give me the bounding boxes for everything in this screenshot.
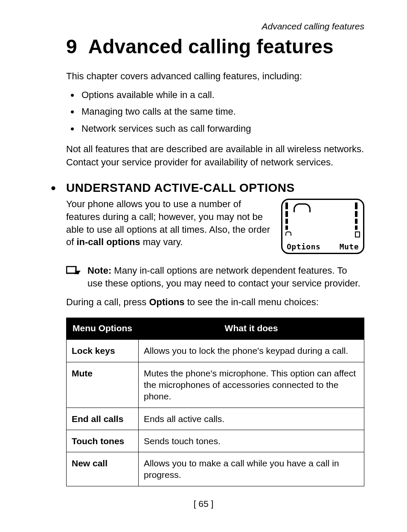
availability-note: Not all features that are described are … <box>66 143 364 169</box>
option-name: Touch tones <box>67 430 139 452</box>
section-body: Your phone allows you to use a number of… <box>66 198 364 254</box>
bold-span: Options <box>149 297 184 307</box>
intro-text: This chapter covers advanced calling fea… <box>66 70 364 83</box>
softkey-right: Mute <box>340 242 359 251</box>
battery-bars-icon <box>355 202 360 237</box>
text-span: may vary. <box>140 237 183 247</box>
softkey-left: Options <box>287 242 320 251</box>
list-item: Managing two calls at the same time. <box>81 105 364 118</box>
option-name: End all calls <box>67 408 139 430</box>
softkey-row: Options Mute <box>287 242 359 251</box>
option-desc: Allows you to lock the phone's keypad du… <box>139 340 364 362</box>
bullet-icon: • <box>51 181 66 195</box>
table-row: Lock keys Allows you to lock the phone's… <box>67 340 364 362</box>
option-desc: Allows you to make a call while you have… <box>139 452 364 486</box>
table-row: Mute Mutes the phone's microphone. This … <box>67 362 364 408</box>
table-row: New call Allows you to make a call while… <box>67 452 364 486</box>
option-name: New call <box>67 452 139 486</box>
handset-icon <box>294 203 311 212</box>
table-header-row: Menu Options What it does <box>67 318 364 340</box>
section-heading: UNDERSTAND ACTIVE-CALL OPTIONS <box>66 181 295 195</box>
svg-rect-0 <box>67 266 76 273</box>
signal-bars-icon <box>285 202 291 236</box>
table-row: Touch tones Sends touch tones. <box>67 430 364 452</box>
col-header-desc: What it does <box>139 318 364 340</box>
battery-icon <box>355 231 360 237</box>
antenna-icon <box>285 231 291 236</box>
chapter-title: 9Advanced calling features <box>66 35 364 58</box>
chapter-name: Advanced calling features <box>88 35 334 58</box>
table-row: End all calls Ends all active calls. <box>67 408 364 430</box>
option-desc: Mutes the phone's microphone. This optio… <box>139 362 364 408</box>
options-table: Menu Options What it does Lock keys Allo… <box>66 318 364 486</box>
intro-bullets: Options available while in a call. Manag… <box>66 89 364 135</box>
option-name: Lock keys <box>67 340 139 362</box>
option-desc: Ends all active calls. <box>139 408 364 430</box>
col-header-option: Menu Options <box>67 318 139 340</box>
chapter-number: 9 <box>66 35 77 58</box>
running-head: Advanced calling features <box>66 21 364 32</box>
page-number: [ 65 ] <box>0 499 407 509</box>
text-span: During a call, press <box>66 297 149 307</box>
bold-span: in-call options <box>76 237 140 247</box>
note-body: Many in-call options are network depende… <box>87 265 360 289</box>
phone-screen-illustration: Options Mute <box>281 199 364 254</box>
note-block: Note: Many in-call options are network d… <box>66 264 364 289</box>
option-desc: Sends touch tones. <box>139 430 364 452</box>
page: Advanced calling features 9Advanced call… <box>0 0 407 532</box>
note-arrow-icon <box>66 266 81 289</box>
section-heading-row: • UNDERSTAND ACTIVE-CALL OPTIONS <box>51 181 364 195</box>
press-options-line: During a call, press Options to see the … <box>66 296 364 309</box>
note-text: Note: Many in-call options are network d… <box>87 264 364 289</box>
note-label: Note: <box>87 265 111 276</box>
text-span: to see the in-call menu choices: <box>185 297 319 307</box>
list-item: Network services such as call forwarding <box>81 122 364 135</box>
list-item: Options available while in a call. <box>81 89 364 101</box>
option-name: Mute <box>67 362 139 408</box>
section-paragraph: Your phone allows you to use a number of… <box>66 198 273 249</box>
